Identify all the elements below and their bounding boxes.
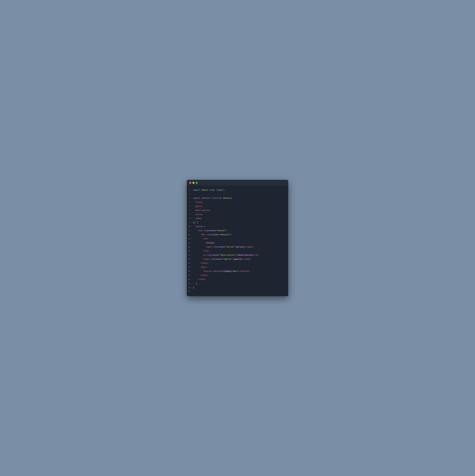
code-line: 19 </div> [187, 261, 288, 265]
line-number: 2 [187, 192, 193, 195]
line-content: <span className="price">{price}</span> [193, 245, 254, 249]
code-token [193, 270, 203, 272]
line-content: ); [193, 282, 198, 286]
line-number: 4 [187, 201, 193, 204]
code-token [193, 278, 198, 281]
code-token: <span [206, 246, 212, 248]
code-token: "genre" [223, 258, 232, 260]
code-token [193, 238, 203, 240]
code-token: onBuy [224, 270, 231, 272]
code-token: } [252, 254, 254, 256]
code-token: } [193, 287, 194, 289]
code-line: 10 return ( [187, 225, 288, 229]
code-token [212, 270, 213, 272]
code-token: "description" [219, 254, 236, 256]
code-token: </span> [245, 246, 254, 248]
code-line: 4 title, [187, 200, 288, 204]
code-token: 'react' [216, 189, 224, 191]
code-token [193, 242, 206, 244]
code-token: = [222, 258, 223, 260]
line-number: 23 [187, 278, 193, 281]
code-token [193, 217, 195, 220]
code-line: 23 </div> [187, 277, 288, 282]
line-number: 25 [187, 287, 193, 289]
line-content: <div className="movie"> [193, 229, 227, 233]
code-token: className [207, 254, 218, 256]
code-line: 26 [187, 290, 288, 294]
code-line: 8 onBuy [187, 217, 288, 221]
code-token: <button [203, 270, 212, 272]
code-token: <h1> [203, 238, 208, 240]
code-line: 16 </h1> [187, 249, 288, 253]
code-token: ({ [230, 197, 232, 199]
code-line: 21 <button onClick={onBuy}>Buy!</button> [187, 269, 288, 273]
line-number: 10 [187, 225, 193, 228]
code-token: } [213, 242, 214, 244]
code-token: className [204, 229, 216, 232]
code-line: 17 <p className="description">{descripti… [187, 253, 288, 257]
line-content: title, [193, 201, 203, 204]
code-token: <span [203, 258, 209, 260]
line-number: 11 [187, 229, 193, 232]
code-token [206, 254, 207, 256]
minimize-button[interactable] [192, 182, 194, 184]
code-line: 9}) { [187, 221, 288, 225]
code-token: onClick [213, 270, 222, 272]
code-line: 22 </div> [187, 273, 288, 277]
code-token [193, 254, 203, 256]
code-token: ); [193, 282, 198, 285]
code-token: > [226, 229, 227, 232]
line-number: 3 [187, 197, 193, 199]
code-token: } [231, 270, 232, 272]
line-number: 14 [187, 242, 193, 244]
line-number: 13 [187, 238, 193, 240]
code-token: function [212, 197, 222, 199]
code-token: "details" [219, 234, 231, 236]
line-number: 5 [187, 205, 193, 207]
line-content: <div> [193, 266, 207, 269]
code-token: = [218, 234, 219, 236]
code-token: > [231, 234, 232, 236]
code-token [201, 197, 202, 199]
code-token: = [218, 254, 219, 256]
line-number: 24 [187, 282, 193, 285]
code-token [193, 266, 201, 268]
code-token: export [193, 197, 201, 199]
code-token: Movie [223, 197, 230, 199]
line-content: <h1> [193, 237, 208, 241]
line-content: </h1> [193, 249, 209, 253]
code-token [222, 197, 223, 199]
line-content: }) { [193, 221, 198, 224]
code-token [193, 225, 195, 228]
maximize-button[interactable] [196, 182, 198, 184]
code-token: } [243, 246, 245, 248]
editor-window: 1import React from 'react';23export defa… [187, 180, 288, 296]
code-line: 12 <div className="details"> [187, 233, 288, 237]
line-number: 7 [187, 213, 193, 216]
code-token: Buy! [233, 270, 238, 272]
code-token: </div> [201, 274, 208, 276]
code-token: price [195, 213, 202, 216]
line-number: 6 [187, 209, 193, 212]
close-button[interactable] [189, 182, 191, 184]
code-line: 20 <div> [187, 265, 288, 269]
code-token: }) { [193, 221, 198, 224]
code-token: <p [203, 254, 206, 256]
code-token: { [236, 246, 237, 248]
code-token [193, 234, 201, 236]
code-token: <div> [201, 266, 207, 268]
line-content: </div> [193, 278, 206, 281]
code-token [203, 229, 204, 232]
line-content: return ( [193, 225, 206, 228]
code-token [193, 246, 206, 248]
code-line: 24 ); [187, 282, 288, 286]
line-content: onBuy [193, 217, 202, 221]
code-line: 1import React from 'react'; [187, 188, 288, 192]
line-number: 21 [187, 270, 193, 272]
code-token: <div [201, 234, 206, 236]
code-token: title [195, 201, 202, 204]
code-line: 11 <div className="movie"> [187, 229, 288, 233]
line-number: 18 [187, 258, 193, 260]
line-number: 12 [187, 234, 193, 236]
code-token: </div> [198, 278, 206, 281]
